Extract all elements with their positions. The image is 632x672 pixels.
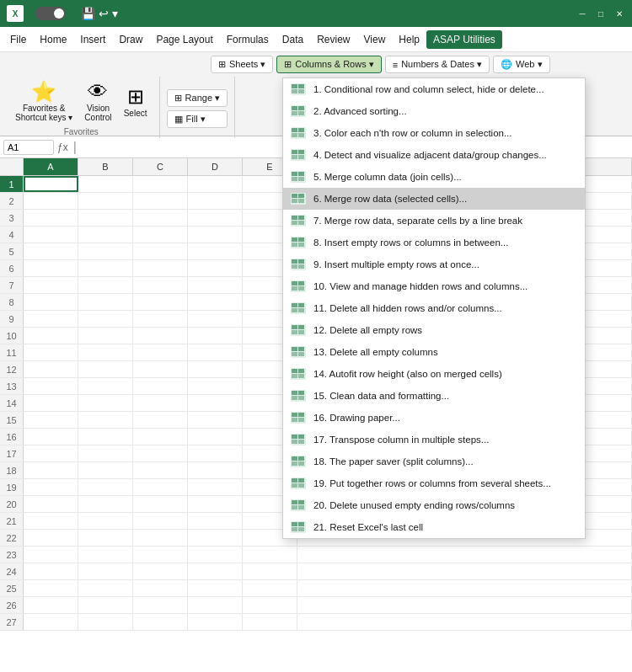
cell[interactable]: [188, 580, 243, 596]
list-item[interactable]: 9. Insert multiple empty rows at once...: [283, 253, 585, 275]
cell[interactable]: [243, 563, 297, 579]
cell[interactable]: [78, 361, 133, 377]
col-header-B[interactable]: B: [78, 158, 133, 175]
numbers-dates-dropdown[interactable]: ≡ Numbers & Dates ▾: [385, 56, 490, 73]
cell[interactable]: [297, 547, 632, 563]
cell[interactable]: [188, 429, 243, 445]
name-box[interactable]: [3, 140, 54, 155]
cell[interactable]: [78, 328, 133, 344]
cell[interactable]: [78, 344, 133, 360]
cell[interactable]: [24, 530, 78, 546]
cell[interactable]: [78, 580, 133, 596]
cell[interactable]: [78, 243, 133, 259]
autosave-toggle[interactable]: [35, 7, 66, 20]
cell[interactable]: [188, 378, 243, 394]
cell[interactable]: [24, 260, 78, 276]
cell[interactable]: [133, 294, 188, 310]
list-item[interactable]: 20. Delete unused empty ending rows/colu…: [283, 494, 585, 516]
cell[interactable]: [133, 227, 188, 243]
list-item[interactable]: 18. The paper saver (split columns)...: [283, 451, 585, 472]
cell[interactable]: [188, 530, 243, 546]
cell[interactable]: [78, 479, 133, 495]
list-item[interactable]: 15. Clean data and formatting...: [283, 385, 585, 407]
save-icon[interactable]: 💾: [81, 7, 95, 20]
menu-file[interactable]: File: [3, 30, 33, 49]
cell[interactable]: [24, 445, 78, 461]
cell[interactable]: [133, 344, 188, 360]
cell[interactable]: [188, 227, 243, 243]
cell[interactable]: [133, 395, 188, 411]
cell[interactable]: [297, 597, 632, 613]
cell[interactable]: [133, 479, 188, 495]
cell[interactable]: [243, 547, 297, 563]
cell[interactable]: [188, 513, 243, 529]
cell[interactable]: [188, 193, 243, 209]
cell[interactable]: [24, 479, 78, 495]
menu-asap-utilities[interactable]: ASAP Utilities: [426, 30, 502, 49]
maximize-button[interactable]: □: [595, 8, 607, 19]
cell[interactable]: [188, 277, 243, 293]
cell[interactable]: [24, 496, 78, 512]
cell[interactable]: [133, 378, 188, 394]
menu-insert[interactable]: Insert: [73, 30, 112, 49]
close-button[interactable]: ✕: [613, 8, 625, 19]
list-item[interactable]: 12. Delete all empty rows: [283, 319, 585, 341]
cell[interactable]: [133, 445, 188, 461]
menu-help[interactable]: Help: [392, 30, 426, 49]
cell[interactable]: [24, 395, 78, 411]
cell[interactable]: [188, 176, 243, 192]
col-header-C[interactable]: C: [133, 158, 188, 175]
cell[interactable]: [78, 462, 133, 478]
cell[interactable]: [133, 412, 188, 428]
menu-review[interactable]: Review: [310, 30, 356, 49]
cell[interactable]: [24, 412, 78, 428]
menu-formulas[interactable]: Formulas: [220, 30, 276, 49]
cell[interactable]: [188, 547, 243, 563]
cell[interactable]: [188, 243, 243, 259]
formula-function-icon[interactable]: ƒx: [57, 141, 68, 153]
cell[interactable]: [133, 243, 188, 259]
cell[interactable]: [78, 210, 133, 226]
cell[interactable]: [78, 412, 133, 428]
cell[interactable]: [24, 378, 78, 394]
cell[interactable]: [188, 563, 243, 579]
cell[interactable]: [78, 277, 133, 293]
web-dropdown[interactable]: 🌐 Web ▾: [493, 56, 549, 73]
menu-data[interactable]: Data: [276, 30, 310, 49]
cell[interactable]: [188, 462, 243, 478]
list-item[interactable]: 14. Autofit row height (also on merged c…: [283, 363, 585, 385]
cell[interactable]: [24, 193, 78, 209]
cell[interactable]: [188, 210, 243, 226]
cell[interactable]: [188, 344, 243, 360]
cell[interactable]: [24, 243, 78, 259]
columns-rows-dropdown[interactable]: ⊞ Columns & Rows ▾: [276, 56, 381, 73]
cell[interactable]: [78, 496, 133, 512]
cell[interactable]: [78, 614, 133, 630]
cell[interactable]: [78, 378, 133, 394]
cell[interactable]: [133, 277, 188, 293]
cell[interactable]: [133, 462, 188, 478]
select-btn[interactable]: ⊞ Select: [119, 83, 153, 121]
cell[interactable]: [133, 260, 188, 276]
cell[interactable]: [78, 227, 133, 243]
cell[interactable]: [24, 176, 78, 192]
cell[interactable]: [24, 277, 78, 293]
minimize-button[interactable]: ─: [576, 8, 588, 19]
cell[interactable]: [188, 614, 243, 630]
cell[interactable]: [297, 614, 632, 630]
cell[interactable]: [24, 210, 78, 226]
cell[interactable]: [78, 311, 133, 327]
list-item[interactable]: 3. Color each n'th row or column in sele…: [283, 122, 585, 144]
cell[interactable]: [133, 513, 188, 529]
cell[interactable]: [78, 597, 133, 613]
cell[interactable]: [78, 563, 133, 579]
sheets-dropdown[interactable]: ⊞ Sheets ▾: [211, 56, 273, 73]
list-item[interactable]: 4. Detect and visualize adjacent data/gr…: [283, 144, 585, 166]
cell[interactable]: [188, 479, 243, 495]
cell[interactable]: [78, 513, 133, 529]
cell[interactable]: [24, 429, 78, 445]
menu-home[interactable]: Home: [33, 30, 73, 49]
cell[interactable]: [297, 580, 632, 596]
cell[interactable]: [133, 614, 188, 630]
cell[interactable]: [78, 176, 133, 192]
